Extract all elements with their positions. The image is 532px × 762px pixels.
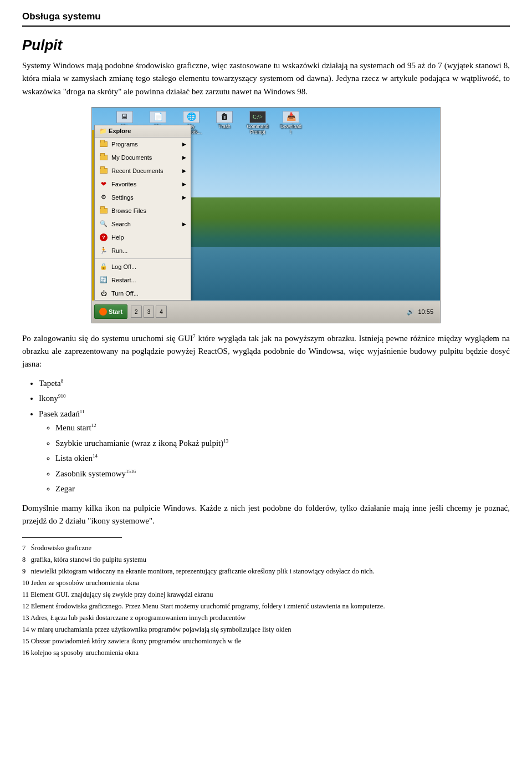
footnotes-block: 7 Środowisko graficzne 8 grafika, która … <box>22 542 510 658</box>
explore-icon: 📁 <box>99 128 107 134</box>
menu-item-programs[interactable]: Programs ▶ <box>95 138 191 151</box>
main-list: Tapeta8 Ikony910 Pasek zadań11 Menu star… <box>39 377 510 496</box>
menu-item-settings[interactable]: ⚙ Settings ▶ <box>95 191 191 204</box>
mydocs-icon: 📄 <box>150 111 166 123</box>
favorites-arrow: ▶ <box>182 181 186 187</box>
browse-files-icon <box>99 206 108 215</box>
sublist-item-szybkie: Szybkie uruchamianie (wraz z ikoną Pokaż… <box>55 436 510 451</box>
settings-icon: ⚙ <box>99 193 108 202</box>
taskbar-item-3[interactable]: 4 <box>156 306 167 318</box>
menu-item-search[interactable]: 🔍 Search ▶ <box>95 217 191 231</box>
after-image-text: Po zalogowaniu się do systemu uruchomi s… <box>22 334 193 343</box>
recent-arrow: ▶ <box>182 168 186 174</box>
taskbar-items: 2 3 4 <box>131 304 167 319</box>
start-button[interactable]: Start <box>94 304 127 319</box>
footnote-12: 12 Element środowiska graficznego. Przez… <box>22 601 510 612</box>
footnote-ref-14: 14 <box>93 453 98 459</box>
cmdprompt-icon: C:\> <box>249 111 266 123</box>
sublist-item-lista: Lista okien14 <box>55 451 510 466</box>
after-image-paragraph: Po zalogowaniu się do systemu uruchomi s… <box>22 332 510 371</box>
browse-files-label: Browse Files <box>111 207 146 214</box>
pasek-sublist: Menu start12 Szybkie uruchamianie (wraz … <box>55 421 510 496</box>
main-content: Pulpit Systemy Windows mają podobne środ… <box>22 37 510 658</box>
footnote-13: 13 Adres, Łącza lub paski dostarczane z … <box>22 612 510 623</box>
footnote-15: 15 Obszar powiadomień który zawiera ikon… <box>22 636 510 647</box>
favorites-icon: ❤ <box>99 180 108 189</box>
search-label: Search <box>111 221 131 227</box>
menu-item-logoff[interactable]: 🔒 Log Off... <box>95 260 191 273</box>
download-icon: 📥 <box>283 111 299 123</box>
menu-item-help[interactable]: ? Help <box>95 231 191 244</box>
cmdprompt-label: CommandPrompt <box>247 124 268 135</box>
list-item-pasek: Pasek zadań11 Menu start12 Szybkie uruch… <box>39 407 510 496</box>
menu-item-recent[interactable]: Recent Documents ▶ <box>95 164 191 177</box>
taskbar-clock-area: 🔊 10:55 <box>402 308 438 316</box>
footnote-10: 10 Jeden ze sposobów uruchomienia okna <box>22 577 510 588</box>
footnote-14: 14 w miarę uruchamiania przez użytkownik… <box>22 624 510 635</box>
closing-paragraph: Domyślnie mamy kilka ikon na pulpicie Wi… <box>22 502 510 528</box>
recent-label: Recent Documents <box>111 167 163 174</box>
help-label: Help <box>111 234 124 241</box>
desktop-icon-cmdprompt: C:\> CommandPrompt <box>242 110 274 136</box>
menu-separator-1 <box>95 258 191 259</box>
footnote-ref-12: 12 <box>91 423 96 428</box>
start-label: Start <box>109 308 122 315</box>
footnote-9: 9 niewielki piktogram widoczny na ekrani… <box>22 566 510 577</box>
sublist-item-zasobnik: Zasobnik systemowy1516 <box>55 467 510 481</box>
volume-icon: 🔊 <box>407 308 415 316</box>
turnoff-label: Turn Off... <box>111 290 139 297</box>
intro-paragraph: Systemy Windows mają podobne środowisko … <box>22 59 510 98</box>
explore-button[interactable]: 📁 Explore <box>95 125 191 138</box>
footnote-ref-1516: 1516 <box>126 469 136 474</box>
search-menu-icon: 🔍 <box>99 220 108 228</box>
network-icon: 🌐 <box>183 111 200 123</box>
search-arrow: ▶ <box>182 221 186 227</box>
screenshot-container: ReactOS 0.3.4 🖥 MyComputer 📄 MyDocume...… <box>22 107 510 323</box>
footnotes-separator <box>22 537 122 538</box>
menu-item-turnoff[interactable]: ⏻ Turn Off... <box>95 287 191 300</box>
screenshot: ReactOS 0.3.4 🖥 MyComputer 📄 MyDocume...… <box>91 107 441 323</box>
menu-item-run[interactable]: 🏃 Run... <box>95 244 191 257</box>
logoff-label: Log Off... <box>111 263 136 270</box>
start-logo-icon <box>99 308 107 316</box>
start-menu[interactable]: 📁 Explore Programs ▶ My Documents ▶ <box>94 125 191 301</box>
list-item-tapeta: Tapeta8 <box>39 377 510 391</box>
programs-arrow: ▶ <box>182 141 186 147</box>
footnote-7: 7 Środowisko graficzne <box>22 542 510 553</box>
menu-item-restart[interactable]: 🔄 Restart... <box>95 273 191 287</box>
taskbar-item-2[interactable]: 3 <box>144 306 155 318</box>
taskbar-item-1[interactable]: 2 <box>131 306 142 318</box>
menu-item-mydocs[interactable]: My Documents ▶ <box>95 151 191 164</box>
sublist-item-menu-start: Menu start12 <box>55 421 510 435</box>
footnote-ref-11: 11 <box>80 409 85 414</box>
footnote-ref-910: 910 <box>58 393 66 399</box>
favorites-label: Favorites <box>111 181 136 187</box>
taskbar: Start 2 3 4 🔊 10:55 <box>92 301 440 323</box>
trash-icon: 🗑 <box>216 111 233 123</box>
mydocs-menu-icon <box>99 153 108 162</box>
footnote-8: 8 grafika, która stanowi tło pulpitu sys… <box>22 554 510 565</box>
desktop-icon-download: 📥 Download! <box>275 110 307 136</box>
trash-label: Trash <box>218 124 230 129</box>
settings-arrow: ▶ <box>182 195 186 200</box>
footnote-16: 16 kolejno są sposoby uruchomienia okna <box>22 647 510 658</box>
page-title: Obsługa systemu <box>22 11 510 27</box>
run-label: Run... <box>111 247 127 254</box>
explore-label: Explore <box>109 128 131 134</box>
run-icon: 🏃 <box>99 246 108 255</box>
section-title: Pulpit <box>22 37 510 54</box>
list-item-ikony: Ikony910 <box>39 392 510 406</box>
mydocs-menu-label: My Documents <box>111 154 152 161</box>
programs-label: Programs <box>111 141 138 148</box>
help-icon: ? <box>99 233 108 242</box>
menu-item-browse-files[interactable]: Browse Files <box>95 204 191 217</box>
logoff-icon: 🔒 <box>99 262 108 271</box>
restart-icon: 🔄 <box>99 276 108 285</box>
recent-icon <box>99 166 108 175</box>
programs-icon <box>99 140 108 149</box>
clock-display: 10:55 <box>418 308 433 315</box>
footnote-11: 11 Element GUI. znajdujący się zwykle pr… <box>22 589 510 600</box>
download-label: Download! <box>280 124 301 135</box>
menu-item-favorites[interactable]: ❤ Favorites ▶ <box>95 177 191 191</box>
footnote-ref-8: 8 <box>61 378 64 384</box>
